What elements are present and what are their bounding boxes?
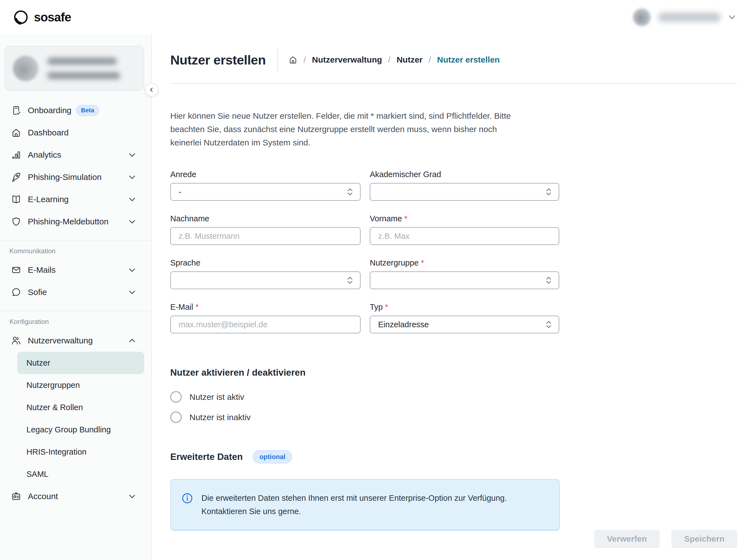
sosafe-logo-icon bbox=[13, 9, 29, 25]
field-nachname: Nachname bbox=[170, 214, 361, 245]
field-label: Akademischer Grad bbox=[370, 170, 559, 179]
page-title: Nutzer erstellen bbox=[170, 52, 266, 68]
select-chevrons-icon bbox=[545, 187, 552, 196]
sidebar-subitem-saml[interactable]: SAML bbox=[17, 463, 144, 485]
radio-circle[interactable] bbox=[170, 391, 182, 403]
sidebar-item-analytics[interactable]: Analytics bbox=[0, 144, 151, 166]
clipboard-check-icon bbox=[11, 105, 21, 115]
main-content: Nutzer erstellen / Nutzerverwaltung / Nu… bbox=[152, 34, 749, 560]
sprache-select[interactable] bbox=[170, 271, 361, 289]
account-avatar bbox=[13, 55, 38, 81]
user-name-redacted bbox=[658, 13, 721, 22]
sidebar-item-nutzerverwaltung[interactable]: Nutzerverwaltung bbox=[0, 330, 151, 352]
sidebar-item-label: Account bbox=[28, 492, 58, 501]
breadcrumb-separator: / bbox=[429, 55, 431, 65]
sidebar-item-onboarding[interactable]: Onboarding Beta bbox=[0, 99, 151, 121]
sidebar-item-sofie[interactable]: Sofie bbox=[0, 281, 151, 304]
brand-name: sosafe bbox=[34, 10, 71, 24]
field-label: Typ* bbox=[370, 303, 559, 312]
sidebar-item-label: E-Learning bbox=[28, 195, 69, 204]
required-mark: * bbox=[385, 303, 388, 311]
required-mark: * bbox=[404, 214, 407, 223]
sidebar-item-account[interactable]: Account bbox=[0, 485, 151, 508]
email-input[interactable] bbox=[170, 316, 361, 333]
breadcrumb: / Nutzerverwaltung / Nutzer / Nutzer ers… bbox=[288, 55, 500, 65]
sidebar-subitem-nutzer-rollen[interactable]: Nutzer & Rollen bbox=[17, 396, 144, 419]
sidebar-subitem-hris-integration[interactable]: HRIS-Integration bbox=[17, 441, 144, 463]
typ-select[interactable]: Einzeladresse bbox=[370, 316, 559, 333]
sidebar-item-elearning[interactable]: E-Learning bbox=[0, 188, 151, 210]
sidebar-subitem-nutzer[interactable]: Nutzer bbox=[17, 352, 144, 374]
chevron-down-icon bbox=[129, 152, 136, 157]
account-card[interactable] bbox=[4, 46, 144, 91]
breadcrumb-item-nutzer[interactable]: Nutzer bbox=[397, 55, 422, 65]
nachname-input[interactable] bbox=[170, 227, 361, 245]
save-button[interactable]: Speichern bbox=[671, 530, 737, 548]
akademischer-grad-select[interactable] bbox=[370, 183, 559, 201]
sidebar-item-label: Onboarding bbox=[28, 106, 71, 115]
radio-circle[interactable] bbox=[170, 411, 182, 423]
chevron-down-icon bbox=[129, 268, 136, 272]
info-icon bbox=[181, 492, 193, 504]
sidebar-subitem-nutzergruppen[interactable]: Nutzergruppen bbox=[17, 374, 144, 396]
select-chevrons-icon bbox=[347, 187, 354, 196]
user-form: Anrede - Akademischer Grad Nachname Vorn… bbox=[170, 170, 737, 333]
sidebar-item-dashboard[interactable]: Dashboard bbox=[0, 121, 151, 144]
rocket-icon bbox=[11, 172, 21, 182]
info-text: Die erweiterten Daten stehen Ihnen erst … bbox=[201, 491, 507, 518]
select-chevrons-icon bbox=[545, 276, 552, 285]
field-sprache: Sprache bbox=[170, 258, 361, 289]
nutzergruppe-select[interactable] bbox=[370, 271, 559, 289]
beta-badge: Beta bbox=[76, 105, 99, 116]
extended-data-heading: Erweiterte Daten bbox=[170, 452, 243, 462]
sidebar-divider bbox=[0, 311, 151, 311]
user-menu[interactable] bbox=[633, 8, 736, 26]
sidebar-item-emails[interactable]: E-Mails bbox=[0, 259, 151, 281]
page-header: Nutzer erstellen / Nutzerverwaltung / Nu… bbox=[170, 48, 737, 72]
breadcrumb-home[interactable] bbox=[288, 55, 297, 64]
anrede-select[interactable]: - bbox=[170, 183, 361, 201]
brand-logo: sosafe bbox=[13, 9, 71, 25]
bar-chart-icon bbox=[11, 150, 21, 160]
chevron-down-icon bbox=[129, 175, 136, 180]
intro-text: Hier können Sie neue Nutzer erstellen. F… bbox=[170, 109, 737, 149]
radio-label: Nutzer ist aktiv bbox=[190, 392, 244, 402]
field-label: E-Mail* bbox=[170, 303, 361, 312]
radio-option-aktiv[interactable]: Nutzer ist aktiv bbox=[170, 391, 244, 403]
select-chevrons-icon bbox=[347, 276, 354, 285]
required-mark: * bbox=[195, 303, 198, 311]
sidebar-subitem-legacy-group-bundling[interactable]: Legacy Group Bundling bbox=[17, 419, 144, 441]
field-label: Vorname* bbox=[370, 214, 559, 223]
user-avatar bbox=[633, 8, 651, 26]
chevron-down-icon bbox=[129, 197, 136, 202]
discard-button[interactable]: Verwerfen bbox=[594, 530, 660, 548]
sidebar: Onboarding Beta Dashboard Analytics bbox=[0, 34, 152, 560]
breadcrumb-separator: / bbox=[303, 55, 306, 65]
field-typ: Typ* Einzeladresse bbox=[370, 303, 559, 333]
sidebar-item-phishing-simulation[interactable]: Phishing-Simulation bbox=[0, 166, 151, 188]
select-chevrons-icon bbox=[545, 320, 552, 329]
radio-option-inaktiv[interactable]: Nutzer ist inaktiv bbox=[170, 411, 251, 423]
field-label: Nutzergruppe* bbox=[370, 258, 559, 268]
chat-bubble-icon bbox=[11, 287, 21, 297]
activation-heading: Nutzer aktivieren / deaktivieren bbox=[170, 367, 737, 378]
field-vorname: Vorname* bbox=[370, 214, 559, 245]
field-label: Nachname bbox=[170, 214, 361, 223]
breadcrumb-item-nutzerverwaltung[interactable]: Nutzerverwaltung bbox=[312, 55, 382, 65]
vorname-input[interactable] bbox=[370, 227, 559, 245]
home-icon bbox=[11, 128, 21, 138]
enterprise-info-box: Die erweiterten Daten stehen Ihnen erst … bbox=[170, 479, 560, 530]
sidebar-collapse-button[interactable] bbox=[145, 83, 158, 96]
chevron-up-icon bbox=[129, 338, 136, 343]
sidebar-item-label: Dashboard bbox=[28, 128, 69, 137]
id-card-icon bbox=[11, 491, 21, 501]
users-icon bbox=[11, 336, 21, 345]
field-email: E-Mail* bbox=[170, 303, 361, 333]
breadcrumb-separator: / bbox=[388, 55, 390, 65]
sidebar-item-label: Phishing-Meldebutton bbox=[28, 217, 108, 226]
field-akademischer-grad: Akademischer Grad bbox=[370, 170, 559, 201]
shield-icon bbox=[11, 217, 21, 227]
sidebar-item-phishing-meldebutton[interactable]: Phishing-Meldebutton bbox=[0, 210, 151, 233]
account-name-redacted bbox=[47, 58, 117, 65]
sidebar-item-label: E-Mails bbox=[28, 265, 56, 275]
